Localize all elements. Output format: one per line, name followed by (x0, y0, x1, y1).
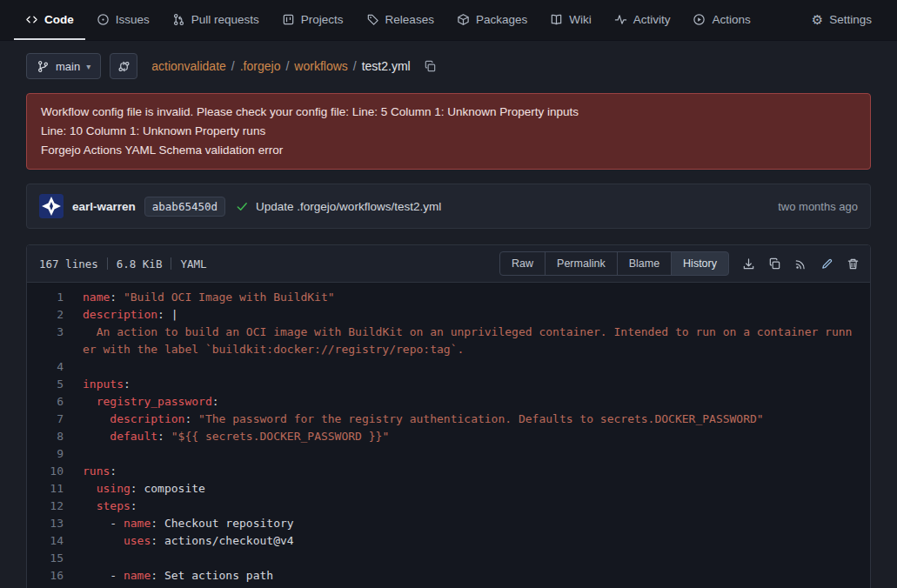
code-line: 16 - name: Set actions path (27, 567, 870, 585)
code-line-content: default: "${{ secrets.DOCKER_PASSWORD }}… (83, 428, 870, 445)
pulse-icon (614, 13, 627, 26)
code-line-content: name: "Build OCI Image with BuildKit" (83, 289, 870, 306)
tab-pull-requests-label: Pull requests (191, 13, 259, 26)
copy-icon (424, 60, 437, 73)
breadcrumb-separator: / (353, 59, 357, 73)
tab-issues-label: Issues (116, 13, 150, 26)
tab-projects[interactable]: Projects (271, 0, 355, 40)
stat-divider (107, 257, 108, 270)
book-icon (550, 13, 563, 26)
raw-button[interactable]: Raw (499, 251, 546, 276)
line-number[interactable]: 3 (27, 324, 83, 358)
code-line-content: using: composite (83, 480, 870, 498)
tab-packages-label: Packages (476, 13, 527, 26)
tab-actions[interactable]: Actions (681, 0, 761, 40)
commit-author[interactable]: earl-warren (72, 200, 136, 213)
edit-file-button[interactable] (820, 257, 833, 271)
delete-file-button[interactable] (847, 257, 860, 271)
error-line-3: Forgejo Actions YAML Schema validation e… (41, 141, 856, 160)
code-line: 9 (27, 445, 870, 463)
line-number[interactable]: 16 (27, 567, 83, 585)
error-line-2: Line: 10 Column 1: Unknown Property runs (41, 122, 856, 141)
issue-icon (97, 13, 110, 26)
branch-selector[interactable]: main ▾ (26, 53, 101, 79)
code-line: 8 default: "${{ secrets.DOCKER_PASSWORD … (27, 428, 870, 445)
code-icon (25, 13, 38, 26)
commit-status-check-icon[interactable] (236, 200, 249, 213)
code-line-content (83, 358, 870, 376)
tab-settings-label: Settings (829, 13, 872, 26)
commit-sha-badge[interactable]: abab65450d (144, 197, 225, 217)
repo-navbar: Code Issues Pull requests Projects Relea… (0, 0, 897, 41)
permalink-button[interactable]: Permalink (545, 251, 618, 276)
tab-code-label: Code (44, 13, 74, 26)
tab-settings[interactable]: ⚙ Settings (800, 0, 883, 40)
download-button[interactable] (742, 257, 755, 271)
rss-feed-button[interactable] (794, 257, 807, 271)
tab-actions-label: Actions (712, 13, 750, 26)
tab-wiki-label: Wiki (569, 13, 592, 26)
line-number[interactable]: 14 (27, 532, 83, 550)
line-number[interactable]: 13 (27, 515, 83, 532)
tab-activity-label: Activity (633, 13, 671, 26)
compare-button[interactable] (110, 53, 137, 79)
code-line-content: description: "The password for the regis… (83, 411, 870, 428)
line-number[interactable]: 9 (27, 445, 83, 463)
copy-path-button[interactable] (424, 60, 437, 73)
line-number[interactable]: 6 (27, 393, 83, 411)
git-compare-icon (117, 60, 131, 73)
pull-request-icon (172, 13, 185, 26)
pencil-icon (820, 257, 833, 271)
blame-button[interactable]: Blame (617, 251, 672, 276)
gear-icon: ⚙ (812, 13, 823, 26)
line-number[interactable]: 2 (27, 306, 83, 324)
code-line: 7 description: "The password for the reg… (27, 411, 870, 428)
line-number[interactable]: 4 (27, 358, 83, 376)
tab-issues[interactable]: Issues (85, 0, 161, 40)
tab-activity[interactable]: Activity (603, 0, 682, 40)
tab-releases[interactable]: Releases (355, 0, 445, 40)
code-line-content: description: | (83, 306, 870, 324)
line-number[interactable]: 5 (27, 376, 83, 393)
package-icon (457, 13, 470, 26)
code-line: 2description: | (27, 306, 870, 324)
breadcrumb-dir-forgejo[interactable]: .forgejo (240, 59, 281, 73)
breadcrumb-repo[interactable]: actionvalidate (151, 59, 226, 73)
tab-packages[interactable]: Packages (445, 0, 539, 40)
commit-time: two months ago (778, 200, 858, 213)
breadcrumb-separator: / (231, 59, 235, 73)
code-line: 14 uses: actions/checkout@v4 (27, 532, 870, 550)
line-number[interactable]: 8 (27, 428, 83, 445)
file-size: 6.8 KiB (117, 257, 163, 271)
code-line: 13 - name: Checkout repository (27, 515, 870, 532)
line-number[interactable]: 10 (27, 463, 83, 480)
repo-nav-right: ⚙ Settings (800, 0, 883, 40)
code-line: 17 shell: bash (27, 585, 870, 588)
tab-wiki[interactable]: Wiki (539, 0, 603, 40)
file-location-bar: main ▾ actionvalidate / .forgejo / workf… (26, 53, 871, 79)
repo-tabs: Code Issues Pull requests Projects Relea… (14, 0, 762, 40)
line-number[interactable]: 11 (27, 480, 83, 498)
latest-commit-box: earl-warren abab65450d Update .forgejo/w… (26, 184, 871, 229)
commit-message[interactable]: Update .forgejo/workflows/test2.yml (256, 200, 441, 213)
code-line-content: uses: actions/checkout@v4 (83, 532, 870, 550)
branch-name: main (56, 60, 80, 73)
tab-projects-label: Projects (301, 13, 344, 26)
file-view-buttons: Raw Permalink Blame History (499, 251, 729, 276)
tab-pull-requests[interactable]: Pull requests (161, 0, 271, 40)
history-button[interactable]: History (671, 251, 729, 276)
line-number[interactable]: 7 (27, 411, 83, 428)
tab-code[interactable]: Code (14, 0, 85, 40)
download-icon (742, 257, 755, 271)
line-number[interactable]: 15 (27, 550, 83, 567)
line-number[interactable]: 17 (27, 585, 83, 588)
file-language: YAML (180, 257, 206, 271)
code-line: 1name: "Build OCI Image with BuildKit" (27, 289, 870, 306)
copy-content-button[interactable] (768, 257, 781, 271)
avatar[interactable] (39, 194, 64, 218)
code-line-content: registry_password: (83, 393, 870, 411)
code-line: 4 (27, 358, 870, 376)
line-number[interactable]: 12 (27, 498, 83, 515)
line-number[interactable]: 1 (27, 289, 83, 306)
breadcrumb-dir-workflows[interactable]: workflows (294, 59, 347, 73)
